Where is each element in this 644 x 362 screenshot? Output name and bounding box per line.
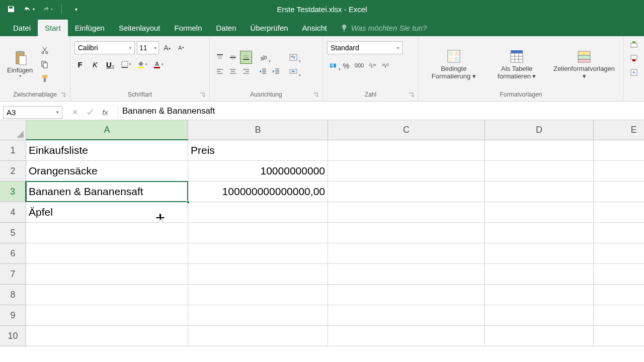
tab-data[interactable]: Daten (209, 20, 244, 36)
tab-page-layout[interactable]: Seitenlayout (112, 20, 168, 36)
cell-B6[interactable] (188, 243, 328, 264)
italic-button[interactable]: K (90, 60, 101, 69)
cell-B3[interactable]: 100000000000000,00 (188, 182, 328, 202)
cell-C3[interactable] (328, 182, 485, 202)
row-header-5[interactable]: 5 (0, 223, 26, 243)
cell-B5[interactable] (188, 223, 328, 243)
wrap-text-button[interactable]: ab (287, 51, 299, 63)
name-box[interactable]: A3▾ (3, 106, 62, 119)
tab-view[interactable]: Ansicht (295, 20, 334, 36)
cell-C6[interactable] (328, 243, 485, 264)
increase-decimal-button[interactable]: ,0,00 (366, 59, 378, 71)
font-launcher[interactable] (199, 92, 205, 98)
align-launcher[interactable] (312, 92, 318, 98)
cell-B8[interactable] (188, 285, 328, 305)
format-painter-button[interactable] (39, 72, 51, 84)
cell-E1[interactable] (594, 140, 644, 161)
row-header-7[interactable]: 7 (0, 264, 26, 285)
cell-E4[interactable] (594, 202, 644, 223)
cell-D6[interactable] (485, 243, 594, 264)
insert-cells-icon[interactable] (628, 38, 640, 50)
tab-start[interactable]: Start (38, 20, 68, 36)
cell-C10[interactable] (328, 326, 485, 346)
increase-font-button[interactable]: A▴ (161, 42, 173, 54)
format-cells-icon[interactable] (628, 66, 640, 78)
cell-D2[interactable] (485, 161, 594, 182)
orientation-button[interactable]: ab (257, 51, 269, 63)
column-header-B[interactable]: B (188, 120, 328, 140)
insert-function-button[interactable]: fx (100, 107, 111, 118)
increase-indent-button[interactable] (270, 65, 282, 77)
delete-cells-icon[interactable] (628, 52, 640, 64)
font-size-select[interactable]: 11▾ (137, 41, 159, 54)
align-bottom-button[interactable] (240, 51, 252, 64)
border-button[interactable]: ▾ (120, 58, 132, 70)
fill-handle[interactable] (187, 201, 190, 204)
cell-B7[interactable] (188, 264, 328, 285)
column-header-E[interactable]: E (594, 120, 644, 140)
decrease-indent-button[interactable] (257, 65, 269, 77)
align-middle-button[interactable] (227, 51, 239, 64)
tab-review[interactable]: Überprüfen (244, 20, 295, 36)
cell-C4[interactable] (328, 202, 485, 223)
cut-button[interactable] (39, 44, 51, 56)
fill-color-button[interactable]: ▾ (136, 58, 148, 70)
decrease-decimal-button[interactable]: ,00,0 (379, 59, 391, 71)
cell-E5[interactable] (594, 223, 644, 243)
font-name-select[interactable]: Calibri▾ (74, 41, 135, 54)
cell-A9[interactable] (26, 305, 188, 326)
cell-D1[interactable] (485, 140, 594, 161)
cell-E10[interactable] (594, 326, 644, 346)
cell-C5[interactable] (328, 223, 485, 243)
align-top-button[interactable] (214, 51, 226, 64)
select-all-corner[interactable] (0, 120, 26, 140)
tell-me-search[interactable]: Was möchten Sie tun? (334, 20, 433, 36)
number-launcher[interactable] (408, 92, 414, 98)
row-header-1[interactable]: 1 (0, 140, 26, 161)
cell-D8[interactable] (485, 285, 594, 305)
redo-button[interactable]: ▾ (41, 3, 53, 15)
cell-A2[interactable]: Orangensäcke (26, 161, 188, 182)
enter-formula-button[interactable] (85, 107, 96, 118)
row-header-2[interactable]: 2 (0, 161, 26, 182)
cell-E3[interactable] (594, 182, 644, 202)
cell-C2[interactable] (328, 161, 485, 182)
cell-A8[interactable] (26, 285, 188, 305)
cell-B2[interactable]: 10000000000 (188, 161, 328, 182)
cell-A6[interactable] (26, 243, 188, 264)
tab-file[interactable]: Datei (6, 20, 38, 36)
cell-B4[interactable] (188, 202, 328, 223)
cell-B1[interactable]: Preis (188, 140, 328, 161)
row-header-8[interactable]: 8 (0, 285, 26, 305)
align-left-button[interactable] (214, 65, 226, 78)
cell-D3[interactable] (485, 182, 594, 202)
cell-E6[interactable] (594, 243, 644, 264)
font-color-button[interactable]: A▾ (152, 58, 164, 70)
cell-E2[interactable] (594, 161, 644, 182)
cell-C7[interactable] (328, 264, 485, 285)
align-center-button[interactable] (227, 65, 239, 78)
bold-button[interactable]: F (74, 60, 86, 69)
row-header-10[interactable]: 10 (0, 326, 26, 346)
cell-D9[interactable] (485, 305, 594, 326)
row-header-4[interactable]: 4 (0, 202, 26, 223)
format-as-table-button[interactable]: Als Tabelle formatieren ▾ (486, 46, 548, 82)
undo-button[interactable]: ▾ (23, 3, 35, 15)
save-icon[interactable] (5, 3, 17, 15)
cell-A10[interactable] (26, 326, 188, 346)
cancel-formula-button[interactable] (69, 107, 80, 118)
conditional-format-button[interactable]: Bedingte Formatierung ▾ (423, 46, 485, 82)
cell-C8[interactable] (328, 285, 485, 305)
formula-input[interactable]: Bananen & Bananensaft (118, 106, 644, 119)
cell-styles-button[interactable]: Zellenformatvorlagen ▾ (549, 46, 619, 82)
qat-customize-icon[interactable]: ▾ (70, 3, 82, 15)
column-header-C[interactable]: C (328, 120, 485, 140)
cell-C1[interactable] (328, 140, 485, 161)
row-header-9[interactable]: 9 (0, 305, 26, 326)
cell-A3[interactable]: Bananen & Bananensaft (26, 182, 188, 202)
cell-D5[interactable] (485, 223, 594, 243)
clipboard-launcher[interactable] (60, 92, 66, 98)
cell-A1[interactable]: Einkaufsliste (26, 140, 188, 161)
row-header-6[interactable]: 6 (0, 243, 26, 264)
cell-B10[interactable] (188, 326, 328, 346)
